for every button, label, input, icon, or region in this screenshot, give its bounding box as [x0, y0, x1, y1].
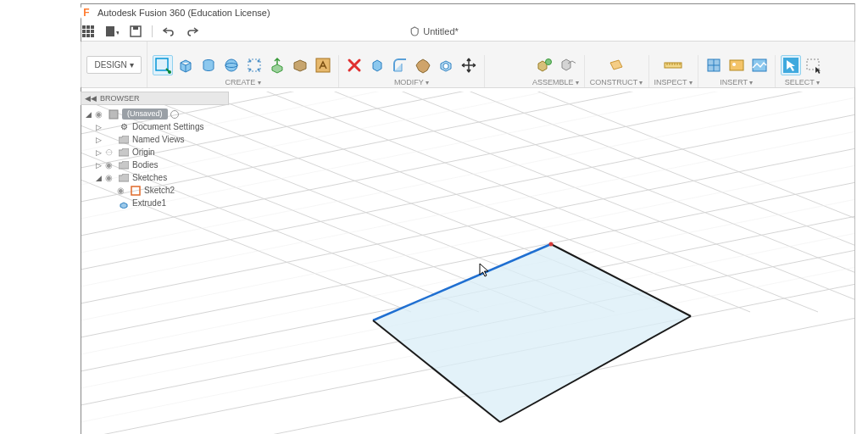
svg-point-19 — [249, 60, 252, 63]
torus-button[interactable] — [244, 55, 264, 75]
cylinder-button[interactable] — [198, 55, 219, 75]
shell-button[interactable] — [436, 55, 456, 75]
create-group-label[interactable]: CREATE — [225, 78, 260, 86]
fillet-button[interactable] — [390, 55, 410, 75]
svg-rect-31 — [807, 59, 819, 70]
svg-line-64 — [81, 261, 855, 431]
svg-line-43 — [81, 278, 855, 434]
svg-rect-6 — [82, 34, 86, 37]
folder-icon — [118, 136, 130, 144]
data-panel-icon[interactable] — [81, 24, 96, 39]
sphere-button[interactable] — [221, 55, 242, 75]
save-icon[interactable] — [128, 24, 143, 39]
folder-icon — [118, 174, 130, 182]
svg-line-44 — [81, 312, 855, 434]
svg-point-69 — [549, 242, 554, 247]
svg-point-16 — [225, 59, 237, 71]
insert-group-label[interactable]: INSERT — [720, 78, 753, 86]
select-group-label[interactable]: SELECT — [785, 78, 820, 86]
tree-item-bodies[interactable]: ▷◉ Bodies — [82, 159, 229, 171]
svg-rect-33 — [131, 186, 140, 195]
svg-line-68 — [373, 320, 500, 422]
svg-line-48 — [242, 92, 855, 312]
tree-item-named-views[interactable]: ▷ Named Views — [82, 133, 229, 146]
window-select-button[interactable] — [804, 55, 824, 75]
revolve-button[interactable] — [290, 55, 310, 75]
workspace-switcher[interactable]: DESIGN ▾ — [86, 56, 141, 74]
extrude-icon — [118, 198, 130, 209]
tree-item-sketch2[interactable]: ◉ Sketch2 — [82, 184, 229, 197]
measure-button[interactable] — [663, 55, 683, 75]
app-title: Autodesk Fusion 360 (Education License) — [97, 8, 270, 18]
extrude-button[interactable] — [267, 55, 287, 75]
box-button[interactable] — [175, 55, 196, 75]
emboss-button[interactable] — [313, 55, 333, 75]
svg-line-67 — [500, 316, 691, 422]
tree-item-origin[interactable]: ▷⦵ Origin — [82, 146, 229, 159]
file-menu-icon[interactable]: ▾ — [104, 24, 120, 39]
svg-line-47 — [174, 92, 855, 312]
svg-rect-7 — [86, 34, 90, 37]
svg-rect-0 — [82, 25, 86, 29]
redo-icon[interactable] — [185, 24, 200, 39]
assemble-group-label[interactable]: ASSEMBLE — [532, 78, 579, 86]
svg-line-42 — [81, 244, 855, 414]
svg-point-20 — [258, 60, 260, 63]
document-tab[interactable]: Untitled* — [409, 22, 459, 41]
svg-line-63 — [81, 227, 855, 397]
svg-point-24 — [545, 59, 551, 65]
svg-rect-9 — [106, 26, 114, 36]
plane-button[interactable] — [606, 55, 626, 75]
insert-decal-button[interactable] — [726, 55, 747, 75]
component-icon — [108, 109, 120, 120]
new-sketch-button[interactable] — [153, 55, 173, 75]
browser-collapse-icon[interactable]: ◀◀ — [85, 94, 97, 103]
insert-canvas-button[interactable] — [749, 55, 770, 75]
tree-item-extrude1[interactable]: Extrude1 — [82, 197, 229, 209]
svg-line-62 — [81, 193, 855, 363]
mouse-cursor-icon — [479, 263, 491, 281]
tree-item-document-settings[interactable]: ▷ ⚙ Document Settings — [82, 120, 229, 133]
tree-item-sketches[interactable]: ◢◉ Sketches — [82, 171, 229, 184]
construct-group-label[interactable]: CONSTRUCT — [590, 78, 643, 86]
chamfer-button[interactable] — [413, 55, 433, 75]
svg-line-66 — [551, 244, 691, 316]
svg-line-65 — [373, 244, 551, 320]
svg-point-22 — [258, 69, 260, 71]
svg-rect-27 — [730, 60, 743, 70]
move-button[interactable] — [459, 55, 479, 75]
svg-rect-2 — [91, 25, 94, 29]
tree-root[interactable]: ◢◉ (Unsaved) — [82, 108, 229, 120]
svg-text:▾: ▾ — [116, 29, 119, 36]
press-pull-button[interactable] — [367, 55, 387, 75]
svg-point-14 — [168, 70, 171, 74]
inspect-group-label[interactable]: INSPECT — [654, 78, 693, 86]
svg-point-28 — [732, 63, 736, 66]
undo-icon[interactable] — [161, 24, 176, 39]
activate-radio-icon[interactable] — [170, 110, 179, 119]
sketch-icon — [130, 186, 142, 196]
document-tab-label: Untitled* — [423, 26, 459, 36]
svg-rect-13 — [156, 58, 168, 70]
modify-group-label[interactable]: MODIFY — [394, 78, 429, 86]
browser-header[interactable]: ◀◀ BROWSER — [81, 92, 229, 105]
svg-rect-3 — [82, 30, 86, 33]
joint-button[interactable] — [557, 55, 577, 75]
svg-rect-4 — [86, 30, 90, 33]
select-button[interactable] — [781, 55, 801, 75]
svg-rect-32 — [109, 110, 118, 119]
svg-rect-12 — [133, 26, 138, 30]
delete-button[interactable] — [344, 55, 364, 75]
new-component-button[interactable] — [534, 55, 554, 75]
sketch-profile[interactable] — [373, 242, 691, 423]
tree-root-label: (Unsaved) — [122, 108, 168, 120]
folder-icon — [118, 161, 130, 170]
fusion-logo-icon: F — [81, 7, 92, 19]
svg-line-41 — [81, 210, 855, 380]
svg-rect-8 — [91, 34, 94, 37]
svg-rect-5 — [91, 30, 94, 33]
gear-icon: ⚙ — [118, 122, 130, 131]
insert-derive-button[interactable] — [704, 55, 724, 75]
browser-panel: ◀◀ BROWSER ◢◉ (Unsaved) ▷ ⚙ Document Set… — [81, 92, 229, 209]
svg-point-21 — [249, 69, 252, 71]
